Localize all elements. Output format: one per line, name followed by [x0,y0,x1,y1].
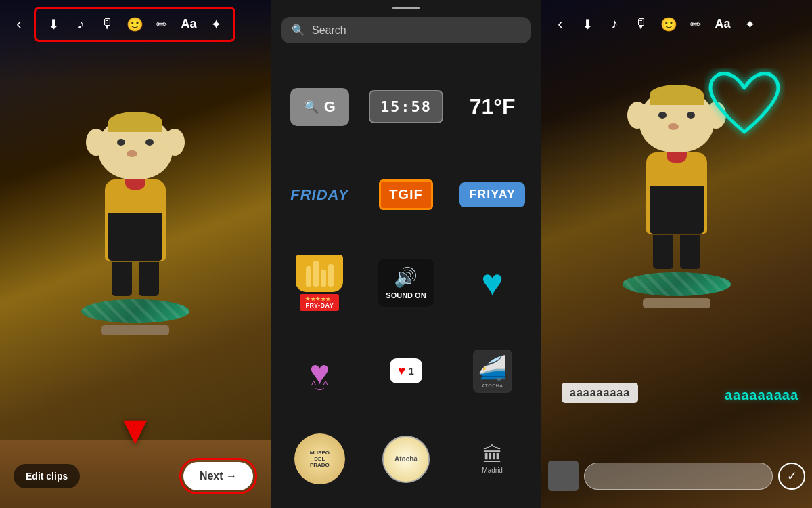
toolbar-icons-group: ⬇ ♪ 🎙 🙂 ✏ Aa ✦ [41,12,228,37]
cyan-heart-drawing [704,68,785,142]
sticker-heart-purple[interactable]: ♥ ^‿^ [309,353,330,389]
download-icon[interactable]: ⬇ [41,12,66,37]
amiibo-leg-right [139,262,159,296]
right-back-button[interactable]: ‹ [548,12,572,37]
draw-icon[interactable]: ✏ [150,12,174,37]
sticker-tgif[interactable]: TGIF [379,179,433,210]
text-overlay-cyan[interactable]: aaaaaaaaa [725,387,798,403]
fry-4 [328,264,334,287]
center-panel: 🔍 Search 🔍 G 15:58 71°F FRIDAY [271,0,541,508]
next-button[interactable]: Next → [183,462,253,490]
madrid-icon: 🏛 [482,444,503,466]
amiibo-hair [108,112,162,132]
sticker-cell-atocha[interactable]: Atocha [368,420,445,498]
amiibo-leg-left [112,262,132,296]
right-amiibo-legs [653,235,700,269]
amiibo-jacket [108,213,162,261]
amiibo-collar [125,179,145,190]
sticker-search-gif[interactable]: 🔍 G [290,88,349,126]
amiibo-figure [54,115,217,454]
text-icon[interactable]: Aa [177,12,201,37]
right-amiibo-eye-right [687,112,695,119]
drag-handle[interactable] [392,7,420,9]
sticker-cell-friday[interactable]: FRIDAY [281,156,358,234]
right-download-icon[interactable]: ⬇ [575,12,600,37]
search-placeholder: Search [312,24,346,37]
sticker-clock[interactable]: 15:58 [369,90,443,123]
red-arrow-indicator: ▼ [115,410,155,450]
effects-icon[interactable]: ✦ [204,12,228,37]
right-toolbar-icons: ⬇ ♪ 🎙 🙂 ✏ Aa ✦ [575,12,762,37]
search-bar[interactable]: 🔍 Search [281,17,531,43]
train-label: ATOCHA [482,383,503,388]
sticker-like[interactable]: ♥ 1 [390,358,422,383]
fry-day-label: ★★★★★ FRY-DAY [300,294,339,311]
clock-time: 15:58 [380,98,432,115]
fry-stars: ★★★★★ [305,296,334,302]
sticker-cell-fry-day[interactable]: ★★★★★ FRY-DAY [281,244,358,322]
caption-input[interactable] [584,463,773,490]
edit-clips-button[interactable]: Edit clips [14,464,80,488]
sticker-cell-clock[interactable]: 15:58 [368,68,445,146]
right-mic-icon[interactable]: 🎙 [629,12,654,37]
amiibo-ear-right [164,129,185,156]
sticker-fry-day[interactable]: ★★★★★ FRY-DAY [296,255,343,311]
fry-3 [321,270,326,287]
sticker-friday[interactable]: FRIDAY [290,186,348,204]
sticker-museo[interactable]: MUSEO DEL PRADO [294,433,345,484]
emoji-icon[interactable]: 🙂 [122,12,147,37]
confirm-button[interactable]: ✓ [778,463,805,490]
temp-value: 71°F [470,94,516,119]
left-panel: ‹ ⬇ ♪ 🎙 🙂 ✏ Aa ✦ [0,0,271,508]
search-gif-icon: 🔍 [304,100,319,114]
amiibo-stand [102,325,169,335]
text-overlay-white[interactable]: aaaaaaaaa [562,383,638,403]
mic-icon[interactable]: 🎙 [95,12,120,37]
toolbar-highlight-box: ⬇ ♪ 🎙 🙂 ✏ Aa ✦ [34,7,235,42]
sticker-cell-search-gif[interactable]: 🔍 G [281,68,358,146]
search-icon: 🔍 [292,24,305,37]
sticker-train[interactable]: 🚄 ATOCHA [473,350,512,393]
music-icon[interactable]: ♪ [68,12,93,37]
next-button-highlight: Next → [179,458,257,494]
sound-on-icon: 🔊 [386,264,426,291]
sticker-grid: 🔍 G 15:58 71°F FRIDAY TGIF [271,58,541,508]
fry-2 [313,261,319,287]
sticker-cell-like[interactable]: ♥ 1 [368,332,445,410]
right-amiibo-leg-right [680,235,700,269]
sticker-cell-sound-on[interactable]: 🔊 SOUND ON [368,244,445,322]
sticker-cell-friyay[interactable]: FRIYAY [454,156,531,234]
sticker-cell-heart-blue[interactable]: ♥ [454,244,531,322]
sticker-sound-on[interactable]: 🔊 SOUND ON [378,259,434,307]
right-amiibo-base [623,272,731,296]
right-text-icon[interactable]: Aa [710,12,735,37]
right-effects-icon[interactable]: ✦ [738,12,762,37]
right-amiibo-leg-left [653,235,673,269]
amiibo-eye-right [145,139,154,146]
left-toolbar: ‹ ⬇ ♪ 🎙 🙂 ✏ Aa ✦ [0,5,271,43]
amiibo-base [81,299,189,323]
right-emoji-icon[interactable]: 🙂 [656,12,681,37]
heart-face: ^‿^ [309,380,330,389]
right-amiibo-jacket [650,186,704,234]
sticker-friyay[interactable]: FRIYAY [459,182,525,207]
search-gif-letter: G [324,98,336,116]
sticker-cell-train[interactable]: 🚄 ATOCHA [454,332,531,410]
sticker-cell-heart-purple[interactable]: ♥ ^‿^ [281,332,358,410]
sticker-cell-tgif[interactable]: TGIF [368,156,445,234]
sticker-madrid[interactable]: 🏛 Madrid [482,444,503,474]
sticker-cell-temp[interactable]: 71°F [454,68,531,146]
sticker-cell-madrid[interactable]: 🏛 Madrid [454,420,531,498]
heart-blue-emoji: ♥ [481,261,503,303]
sticker-temperature[interactable]: 71°F [470,94,516,119]
fries-container [296,255,343,292]
sticker-cell-museo[interactable]: MUSEO DEL PRADO [281,420,358,498]
back-button[interactable]: ‹ [7,12,31,37]
right-amiibo-body [646,152,707,234]
fry-1 [306,266,311,287]
sticker-heart-blue[interactable]: ♥ [481,264,503,301]
sticker-atocha[interactable]: Atocha [382,436,430,483]
right-amiibo-ear-left [627,102,648,129]
right-music-icon[interactable]: ♪ [602,12,627,37]
right-draw-icon[interactable]: ✏ [683,12,708,37]
